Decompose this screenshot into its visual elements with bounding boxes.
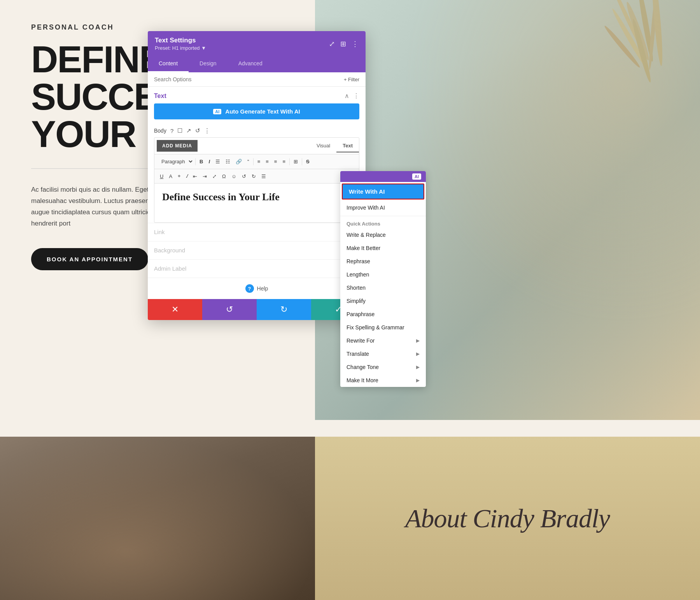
fullscreen2-button[interactable]: ⤢ xyxy=(210,172,219,181)
search-options-input[interactable] xyxy=(154,76,344,82)
body-undo-icon[interactable]: ↺ xyxy=(195,127,200,134)
bold-button[interactable]: B xyxy=(197,157,205,166)
format-divider-1 xyxy=(195,158,196,165)
tab-content[interactable]: Content xyxy=(148,56,189,72)
body-help-icon[interactable]: ? xyxy=(170,128,173,134)
hands-photo-area xyxy=(0,437,315,600)
body-more-icon[interactable]: ⋮ xyxy=(204,127,210,134)
unordered-list-button[interactable]: ☰ xyxy=(213,157,222,166)
shorten-label: Shorten xyxy=(346,285,366,291)
strikethrough-button[interactable]: S xyxy=(304,157,312,166)
body-toolbar: Body ? ☐ ↗ ↺ ⋮ xyxy=(148,125,366,137)
lengthen-label: Lengthen xyxy=(346,271,369,278)
improve-with-ai-label: Improve With AI xyxy=(346,205,385,211)
add-media-button[interactable]: ADD MEDIA xyxy=(157,140,198,152)
panel-title-block: Text Settings Preset: H1 imported ▼ xyxy=(155,37,206,51)
write-with-ai-item[interactable]: Write With AI xyxy=(342,184,424,199)
ai-menu-item-translate[interactable]: Translate ▶ xyxy=(340,347,426,360)
align-justify-button[interactable]: ≡ xyxy=(280,157,288,166)
more-format-button[interactable]: ☰ xyxy=(259,172,268,181)
ai-menu-divider-1 xyxy=(340,216,426,216)
section-more-icon[interactable]: ⋮ xyxy=(353,92,359,100)
panel-preset[interactable]: Preset: H1 imported ▼ xyxy=(155,45,206,51)
ordered-list-button[interactable]: ☷ xyxy=(223,157,233,166)
translate-label: Translate xyxy=(346,351,369,357)
background-field[interactable]: Background xyxy=(148,241,366,259)
close-icon: ✕ xyxy=(172,304,178,315)
undo-panel-button[interactable]: ↺ xyxy=(202,299,257,320)
book-appointment-button[interactable]: BOOK AN APPOINTMENT xyxy=(31,248,148,270)
ai-generate-label: Auto Generate Text With AI xyxy=(225,108,300,115)
help-button[interactable]: ? Help xyxy=(245,284,268,293)
ai-menu-item-make-better[interactable]: Make It Better xyxy=(340,241,426,255)
rewrite-for-label: Rewrite For xyxy=(346,338,374,344)
redo-icon: ↻ xyxy=(280,304,287,315)
section-header-icons: ∧ ⋮ xyxy=(345,92,359,100)
improve-with-ai-item[interactable]: Improve With AI xyxy=(340,201,426,214)
ai-menu-item-make-more[interactable]: Make It More ▶ xyxy=(340,374,426,387)
ai-menu-item-write-replace[interactable]: Write & Replace xyxy=(340,228,426,241)
ai-menu-item-rephrase[interactable]: Rephrase xyxy=(340,255,426,268)
text-settings-panel: Text Settings Preset: H1 imported ▼ ⤢ ⊞ … xyxy=(148,31,366,320)
ai-menu-item-change-tone[interactable]: Change Tone ▶ xyxy=(340,360,426,374)
ai-dropdown-menu: AI Write With AI Improve With AI Quick A… xyxy=(340,171,426,387)
text-color-button[interactable]: A xyxy=(166,172,175,181)
text-section-label: Text xyxy=(154,93,166,100)
visual-view-button[interactable]: Visual xyxy=(310,140,336,152)
ai-menu-item-fix-spelling[interactable]: Fix Spelling & Grammar xyxy=(340,321,426,334)
make-better-label: Make It Better xyxy=(346,245,380,251)
ai-menu-item-rewrite-for[interactable]: Rewrite For ▶ xyxy=(340,334,426,347)
redo-panel-button[interactable]: ↻ xyxy=(257,299,311,320)
body-cursor-icon[interactable]: ↗ xyxy=(186,127,191,134)
ai-menu-badge: AI xyxy=(412,173,421,180)
align-center-button[interactable]: ≡ xyxy=(263,157,271,166)
ai-menu-item-lengthen[interactable]: Lengthen xyxy=(340,268,426,281)
body-phone-icon[interactable]: ☐ xyxy=(177,127,182,134)
personal-coach-label: PERSONAL COACH xyxy=(31,23,270,31)
ai-menu-item-paraphrase[interactable]: Paraphrase xyxy=(340,308,426,321)
special-char-button[interactable]: ⌖ xyxy=(175,171,183,181)
panel-tabs: Content Design Advanced xyxy=(148,56,366,72)
format-toolbar-row2: U A ⌖ 𝐼 ⇤ ⇥ ⤢ Ω ☺ ↺ ↻ ☰ xyxy=(154,169,359,184)
indent-in-button[interactable]: ⇥ xyxy=(200,172,209,181)
align-right-button[interactable]: ≡ xyxy=(272,157,280,166)
plant-decoration xyxy=(560,0,669,194)
panel-header-icons: ⤢ ⊞ ⋮ xyxy=(329,40,359,48)
filter-button[interactable]: + Filter xyxy=(344,77,359,82)
undo-icon: ↺ xyxy=(226,304,233,315)
underline-button[interactable]: U xyxy=(158,172,166,181)
ai-menu-item-simplify[interactable]: Simplify xyxy=(340,294,426,308)
fullscreen-icon[interactable]: ⤢ xyxy=(329,40,335,48)
link-field[interactable]: Link xyxy=(148,223,366,241)
omega-button[interactable]: Ω xyxy=(220,172,228,181)
indent-out-button[interactable]: ⇤ xyxy=(191,172,200,181)
quote-button[interactable]: " xyxy=(245,157,252,166)
panel-header: Text Settings Preset: H1 imported ▼ ⤢ ⊞ … xyxy=(148,31,366,56)
italic2-button[interactable]: 𝐼 xyxy=(184,171,190,181)
editor-container: ADD MEDIA Visual Text Paragraph B I ☰ ☷ … xyxy=(154,137,359,223)
collapse-icon[interactable]: ∧ xyxy=(345,92,349,100)
paragraph-select[interactable]: Paragraph xyxy=(158,157,194,166)
make-more-arrow: ▶ xyxy=(416,378,420,383)
editor-content[interactable]: Define Success in Your Life xyxy=(154,184,359,222)
ai-generate-button[interactable]: AI Auto Generate Text With AI xyxy=(154,103,359,119)
panel-title: Text Settings xyxy=(155,37,206,44)
bottom-section: About Cindy Bradly xyxy=(0,437,700,600)
close-panel-button[interactable]: ✕ xyxy=(148,299,202,320)
ai-menu-item-shorten[interactable]: Shorten xyxy=(340,281,426,294)
text-view-button[interactable]: Text xyxy=(336,140,359,152)
align-left-button[interactable]: ≡ xyxy=(255,157,263,166)
undo-button[interactable]: ↺ xyxy=(240,172,248,181)
tab-design[interactable]: Design xyxy=(189,56,228,72)
italic-button[interactable]: I xyxy=(206,157,212,166)
more-options-icon[interactable]: ⋮ xyxy=(352,40,359,48)
redo-button[interactable]: ↻ xyxy=(249,172,258,181)
table-button[interactable]: ⊞ xyxy=(291,157,300,166)
tab-advanced[interactable]: Advanced xyxy=(228,56,273,72)
fix-spelling-label: Fix Spelling & Grammar xyxy=(346,324,404,331)
admin-label-field[interactable]: Admin Label xyxy=(148,259,366,278)
emoji-button[interactable]: ☺ xyxy=(229,172,239,181)
write-replace-label: Write & Replace xyxy=(346,232,386,238)
link-button[interactable]: 🔗 xyxy=(233,157,244,166)
layout-icon[interactable]: ⊞ xyxy=(340,40,346,48)
